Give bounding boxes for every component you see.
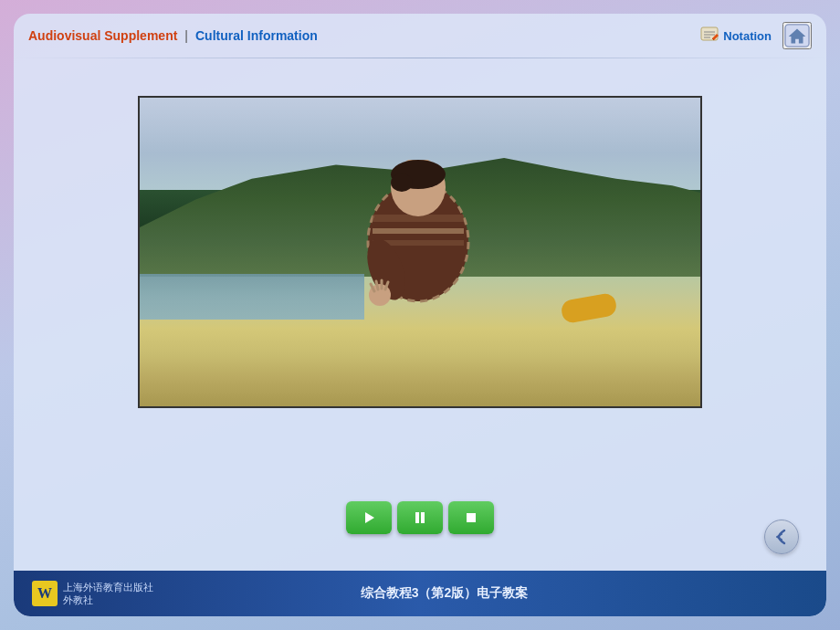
stop-icon xyxy=(464,510,478,525)
svg-marker-22 xyxy=(365,512,374,523)
svg-rect-23 xyxy=(415,512,419,523)
header-nav: Audiovisual Supplement | Cultural Inform… xyxy=(28,28,318,43)
playback-controls xyxy=(346,501,494,534)
svg-rect-24 xyxy=(421,512,425,523)
home-icon xyxy=(784,23,810,48)
publisher-text: 上海外语教育出版社 外教社 xyxy=(63,581,153,607)
svg-line-19 xyxy=(376,281,378,289)
back-button[interactable] xyxy=(764,520,799,554)
main-container: Audiovisual Supplement | Cultural Inform… xyxy=(0,0,840,630)
video-player xyxy=(138,96,702,408)
notation-button[interactable]: Notation xyxy=(694,22,777,49)
publisher-line1: 上海外语教育出版社 xyxy=(63,581,153,593)
home-button[interactable] xyxy=(782,22,812,49)
header-right: Notation xyxy=(694,22,812,49)
notation-label: Notation xyxy=(723,29,772,43)
publisher-logo: W 上海外语教育出版社 外教社 xyxy=(32,581,153,607)
pause-button[interactable] xyxy=(397,501,443,534)
bottom-bar: W 上海外语教育出版社 外教社 综合教程3（第2版）电子教案 xyxy=(14,571,826,616)
back-icon xyxy=(772,527,792,547)
svg-point-15 xyxy=(391,173,413,192)
bottom-title: 综合教程3（第2版）电子教案 xyxy=(361,585,529,602)
cultural-info-label: Cultural Information xyxy=(195,28,318,43)
play-icon xyxy=(362,510,376,525)
publisher-line2: 外教社 xyxy=(63,593,153,606)
video-scene xyxy=(140,98,700,406)
svg-rect-25 xyxy=(467,513,476,522)
scene-person xyxy=(336,160,500,330)
logo-w-icon: W xyxy=(32,581,58,606)
header: Audiovisual Supplement | Cultural Inform… xyxy=(14,14,826,58)
header-separator: | xyxy=(184,28,188,43)
pause-icon xyxy=(413,510,427,525)
stop-button[interactable] xyxy=(448,501,494,534)
play-button[interactable] xyxy=(346,501,392,534)
scene-water xyxy=(140,274,364,320)
header-divider xyxy=(14,58,826,58)
content-card: Audiovisual Supplement | Cultural Inform… xyxy=(14,14,826,616)
person-silhouette xyxy=(336,160,500,342)
svg-rect-11 xyxy=(373,228,464,234)
audiovisual-link[interactable]: Audiovisual Supplement xyxy=(28,28,177,43)
notation-icon xyxy=(699,26,719,46)
